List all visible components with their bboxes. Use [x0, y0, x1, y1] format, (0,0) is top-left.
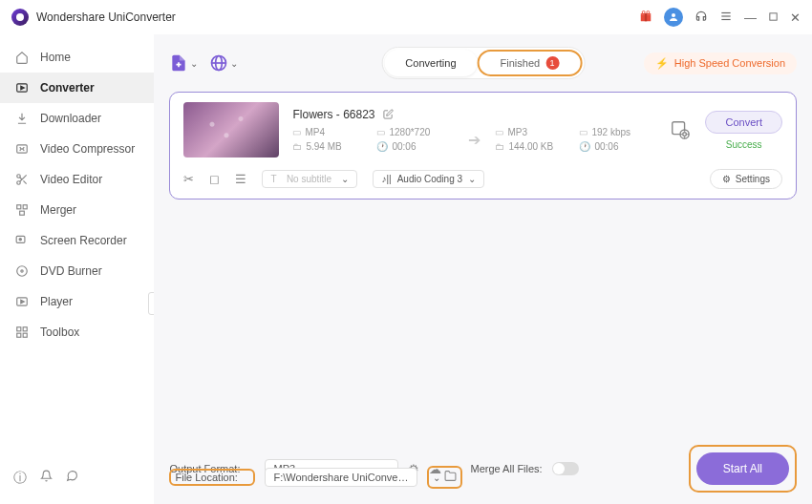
main-panel: ⌄ ⌄ Converting Finished 1 ⚡: [154, 34, 812, 504]
finished-badge: 1: [545, 56, 559, 70]
close-icon[interactable]: ✕: [790, 10, 801, 25]
file-location-dropdown[interactable]: F:\Wondershare UniConverter: [265, 468, 417, 487]
add-url-button[interactable]: ⌄: [209, 53, 238, 73]
dvd-icon: [15, 264, 31, 278]
toolbox-icon: [15, 326, 31, 339]
chevron-down-icon: ⌄: [230, 58, 238, 69]
sidebar-item-recorder[interactable]: Screen Recorder: [0, 225, 154, 256]
trim-icon[interactable]: ✂: [183, 172, 194, 186]
settings-button[interactable]: ⚙ Settings: [710, 169, 782, 189]
titlebar: Wondershare UniConverter — ✕: [0, 0, 812, 34]
sidebar-item-downloader[interactable]: Downloader: [0, 103, 154, 134]
file-card: Flowers - 66823 ▭MP4 ▭1280*720 ➔ ▭MP3: [169, 92, 797, 200]
app-title: Wondershare UniConverter: [36, 10, 176, 24]
sidebar-item-home[interactable]: Home: [0, 42, 154, 73]
sidebar-item-label: Converter: [40, 81, 95, 94]
src-size: 🗀5.94 MB: [292, 141, 369, 152]
svg-point-14: [17, 181, 21, 185]
sidebar-item-label: Video Editor: [40, 173, 102, 186]
topbar: ⌄ ⌄ Converting Finished 1 ⚡: [169, 42, 797, 84]
svg-point-23: [17, 266, 28, 277]
gift-icon[interactable]: [639, 10, 652, 26]
sidebar-item-label: Downloader: [40, 112, 101, 125]
add-file-button[interactable]: ⌄: [169, 53, 198, 73]
svg-rect-2: [645, 13, 647, 21]
info-icon[interactable]: ⓘ: [13, 470, 27, 487]
dst-format: ▭MP3: [495, 127, 571, 137]
sidebar-item-converter[interactable]: Converter: [0, 73, 154, 103]
sidebar-item-label: Merger: [40, 203, 76, 217]
sidebar-item-label: Toolbox: [40, 326, 79, 339]
sidebar-item-player[interactable]: Player: [0, 286, 154, 317]
headset-icon[interactable]: [694, 10, 708, 26]
sidebar-item-compressor[interactable]: Video Compressor: [0, 134, 154, 164]
svg-marker-11: [21, 86, 24, 90]
audio-icon: ♪||: [381, 174, 391, 184]
src-format: ▭MP4: [292, 127, 369, 137]
dst-duration: 🕐00:06: [579, 141, 655, 152]
audio-track-dropdown[interactable]: ♪|| Audio Coding 3 ⌄: [373, 170, 484, 188]
minimize-icon[interactable]: —: [744, 10, 757, 25]
maximize-icon[interactable]: [768, 10, 779, 25]
svg-point-3: [642, 10, 645, 13]
sidebar-item-dvd[interactable]: DVD Burner: [0, 256, 154, 286]
svg-rect-27: [17, 327, 21, 331]
crop-icon[interactable]: ◻: [209, 172, 220, 186]
gear-icon: ⚙: [722, 174, 731, 184]
sidebar-item-label: DVD Burner: [40, 264, 102, 278]
sidebar-item-label: Home: [40, 51, 71, 64]
sidebar-item-label: Video Compressor: [40, 142, 135, 156]
svg-point-22: [19, 239, 21, 241]
subtitle-dropdown[interactable]: TNo subtitle⌄: [262, 170, 357, 188]
status-text: Success: [726, 139, 762, 150]
chat-icon[interactable]: [66, 470, 78, 487]
merger-icon: [15, 203, 31, 217]
high-speed-conversion-button[interactable]: ⚡ High Speed Conversion: [644, 52, 797, 74]
folder-open-icon[interactable]: [444, 470, 457, 485]
svg-rect-28: [23, 327, 27, 331]
user-avatar[interactable]: [664, 8, 683, 27]
video-thumbnail[interactable]: [183, 102, 279, 158]
sidebar: Home Converter Downloader Video Compress…: [0, 34, 154, 504]
more-icon[interactable]: ☰: [235, 172, 246, 186]
dst-bitrate: ▭192 kbps: [579, 127, 655, 137]
file-location-label: File Location:: [169, 469, 255, 486]
tab-converting[interactable]: Converting: [384, 50, 477, 76]
file-name: Flowers - 66823: [292, 108, 655, 121]
chevron-down-icon: ⌄: [190, 58, 198, 69]
svg-line-16: [23, 180, 26, 183]
svg-point-13: [17, 175, 21, 178]
footer: Output Format: MP3 ⌄ ⚙ ☁ Merge All Files…: [169, 435, 797, 504]
scissors-icon: [15, 173, 31, 186]
edit-name-icon[interactable]: [383, 109, 394, 121]
bell-icon[interactable]: [40, 470, 53, 487]
svg-line-17: [20, 178, 22, 179]
player-icon: [15, 295, 31, 308]
svg-rect-29: [17, 333, 21, 337]
location-chevron-icon[interactable]: ⌄: [433, 472, 440, 483]
svg-point-5: [672, 13, 675, 17]
src-duration: 🕐00:06: [376, 141, 453, 152]
download-icon: [15, 112, 31, 125]
svg-rect-20: [20, 211, 25, 215]
convert-button[interactable]: Convert: [705, 111, 782, 134]
lightning-icon: ⚡: [655, 57, 669, 70]
menu-icon[interactable]: [719, 10, 733, 26]
svg-rect-18: [17, 205, 21, 209]
svg-marker-26: [21, 300, 24, 304]
compressor-icon: [15, 142, 31, 156]
recorder-icon: [15, 234, 31, 247]
svg-point-24: [21, 270, 23, 272]
dst-size: 🗀144.00 KB: [495, 141, 571, 152]
svg-point-4: [647, 10, 650, 13]
sidebar-item-merger[interactable]: Merger: [0, 195, 154, 225]
tab-finished[interactable]: Finished 1: [478, 50, 583, 76]
svg-rect-9: [770, 12, 777, 19]
converter-icon: [15, 81, 31, 94]
arrow-icon: ➔: [460, 131, 487, 149]
src-resolution: ▭1280*720: [376, 127, 453, 137]
sidebar-item-toolbox[interactable]: Toolbox: [0, 317, 154, 347]
output-settings-icon[interactable]: [669, 119, 692, 140]
merge-toggle[interactable]: [552, 462, 579, 475]
sidebar-item-editor[interactable]: Video Editor: [0, 164, 154, 195]
